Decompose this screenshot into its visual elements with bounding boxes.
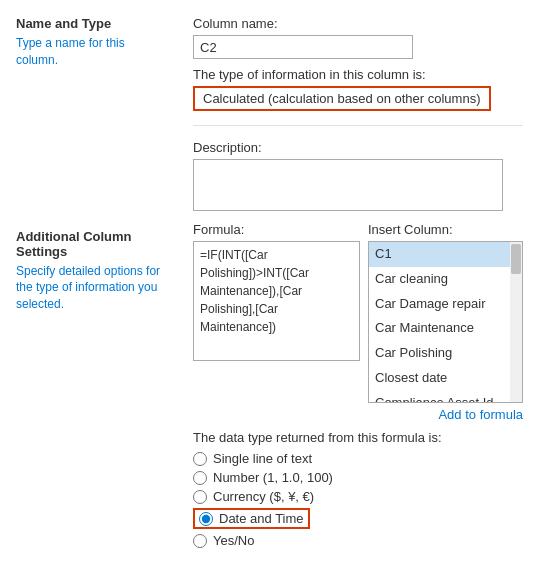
scrollbar-thumb[interactable] bbox=[511, 244, 521, 274]
additional-settings-desc: Specify detailed options for the type of… bbox=[16, 263, 169, 313]
description-label: Description: bbox=[193, 140, 523, 155]
radio-yesno-label: Yes/No bbox=[213, 533, 254, 548]
type-value[interactable]: Calculated (calculation based on other c… bbox=[193, 86, 491, 111]
add-to-formula-link[interactable]: Add to formula bbox=[193, 407, 523, 422]
list-item[interactable]: Car Polishing bbox=[369, 341, 510, 366]
description-textarea[interactable] bbox=[193, 159, 503, 211]
list-item[interactable]: Compliance Asset Id bbox=[369, 391, 510, 402]
radio-datetime[interactable] bbox=[199, 512, 213, 526]
radio-item-datetime[interactable]: Date and Time bbox=[193, 508, 523, 529]
additional-settings-title: Additional Column Settings bbox=[16, 229, 169, 259]
list-item[interactable]: Closest date bbox=[369, 366, 510, 391]
list-item[interactable]: Car cleaning bbox=[369, 267, 510, 292]
radio-item-yesno[interactable]: Yes/No bbox=[193, 533, 523, 548]
list-item[interactable]: Car Maintenance bbox=[369, 316, 510, 341]
radio-item-text[interactable]: Single line of text bbox=[193, 451, 523, 466]
list-item[interactable]: Car Damage repair bbox=[369, 292, 510, 317]
radio-number-label: Number (1, 1.0, 100) bbox=[213, 470, 333, 485]
datetime-highlight: Date and Time bbox=[193, 508, 310, 529]
radio-item-number[interactable]: Number (1, 1.0, 100) bbox=[193, 470, 523, 485]
radio-group: Single line of text Number (1, 1.0, 100)… bbox=[193, 451, 523, 548]
formula-textarea[interactable] bbox=[193, 241, 360, 361]
radio-currency-label: Currency ($, ¥, €) bbox=[213, 489, 314, 504]
type-info-label: The type of information in this column i… bbox=[193, 67, 523, 82]
list-item[interactable]: C1 bbox=[369, 242, 510, 267]
radio-datetime-label: Date and Time bbox=[219, 511, 304, 526]
radio-text-label: Single line of text bbox=[213, 451, 312, 466]
radio-item-currency[interactable]: Currency ($, ¥, €) bbox=[193, 489, 523, 504]
radio-text[interactable] bbox=[193, 452, 207, 466]
radio-yesno[interactable] bbox=[193, 534, 207, 548]
radio-number[interactable] bbox=[193, 471, 207, 485]
data-type-label: The data type returned from this formula… bbox=[193, 430, 523, 445]
insert-column-label: Insert Column: bbox=[368, 222, 523, 237]
scrollbar[interactable] bbox=[510, 242, 522, 402]
radio-currency[interactable] bbox=[193, 490, 207, 504]
formula-label: Formula: bbox=[193, 222, 360, 237]
column-name-label: Column name: bbox=[193, 16, 523, 31]
column-name-input[interactable] bbox=[193, 35, 413, 59]
name-and-type-title: Name and Type bbox=[16, 16, 169, 31]
insert-column-list: C1 Car cleaning Car Damage repair Car Ma… bbox=[368, 241, 523, 403]
name-and-type-desc: Type a name for this column. bbox=[16, 35, 169, 69]
